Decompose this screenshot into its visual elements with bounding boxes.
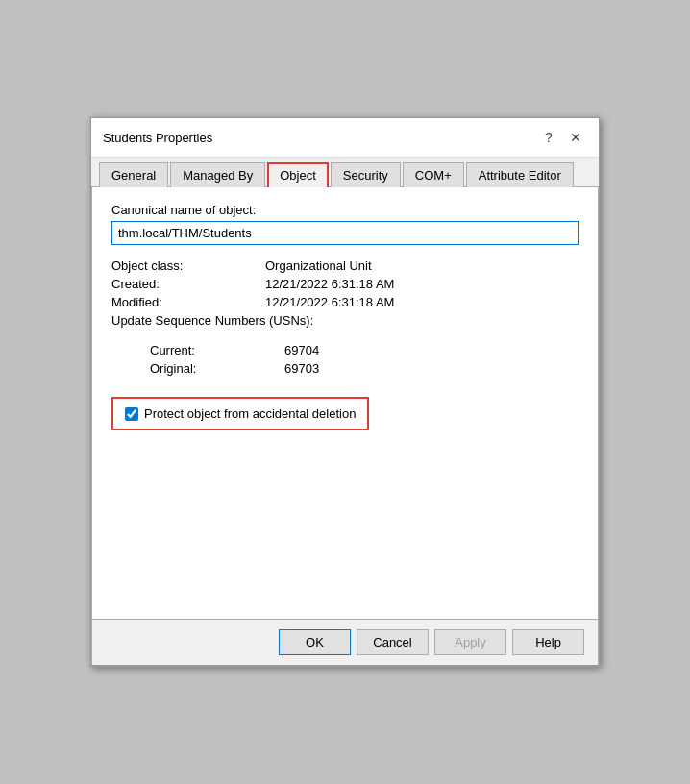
dialog-students-properties: Students Properties ? ✕ General Managed …	[90, 117, 600, 667]
help-button[interactable]: ?	[537, 126, 560, 149]
title-bar: Students Properties ? ✕	[91, 118, 599, 158]
tab-bar: General Managed By Object Security COM+ …	[91, 158, 599, 187]
object-class-label: Object class:	[111, 258, 265, 273]
help-footer-button[interactable]: Help	[512, 629, 584, 655]
tab-attribute-editor[interactable]: Attribute Editor	[466, 162, 574, 187]
ok-button[interactable]: OK	[279, 629, 351, 655]
created-value: 12/21/2022 6:31:18 AM	[265, 277, 579, 291]
modified-value: 12/21/2022 6:31:18 AM	[265, 295, 579, 309]
current-value: 69704	[284, 343, 579, 357]
modified-label: Modified:	[111, 295, 265, 309]
info-grid: Object class: Organizational Unit Create…	[111, 258, 579, 328]
current-label: Current:	[150, 343, 284, 357]
title-bar-left: Students Properties	[103, 131, 212, 145]
created-label: Created:	[111, 277, 265, 291]
tab-general[interactable]: General	[99, 162, 168, 187]
protect-checkbox-area[interactable]: Protect object from accidental deletion	[111, 397, 369, 430]
close-button[interactable]: ✕	[564, 126, 587, 149]
tab-com[interactable]: COM+	[403, 162, 464, 187]
original-label: Original:	[150, 361, 284, 376]
original-value: 69703	[284, 361, 579, 376]
protect-checkbox[interactable]	[125, 407, 138, 421]
button-bar: OK Cancel Apply Help	[91, 619, 599, 666]
canonical-name-input[interactable]	[111, 221, 579, 245]
cancel-button[interactable]: Cancel	[357, 629, 429, 655]
tab-security[interactable]: Security	[331, 162, 401, 187]
tab-object[interactable]: Object	[267, 162, 329, 187]
canonical-name-label: Canonical name of object:	[111, 203, 579, 217]
usn-label: Update Sequence Numbers (USNs):	[111, 313, 579, 328]
dialog-title: Students Properties	[103, 131, 212, 145]
tab-managed-by[interactable]: Managed By	[170, 162, 265, 187]
title-controls: ? ✕	[537, 126, 587, 149]
content-area: Canonical name of object: Object class: …	[91, 187, 599, 619]
protect-label[interactable]: Protect object from accidental deletion	[144, 406, 356, 421]
usn-detail-grid: Current: 69704 Original: 69703	[111, 343, 579, 376]
content-spacer	[111, 430, 579, 603]
object-class-value: Organizational Unit	[265, 258, 579, 273]
apply-button[interactable]: Apply	[434, 629, 506, 655]
